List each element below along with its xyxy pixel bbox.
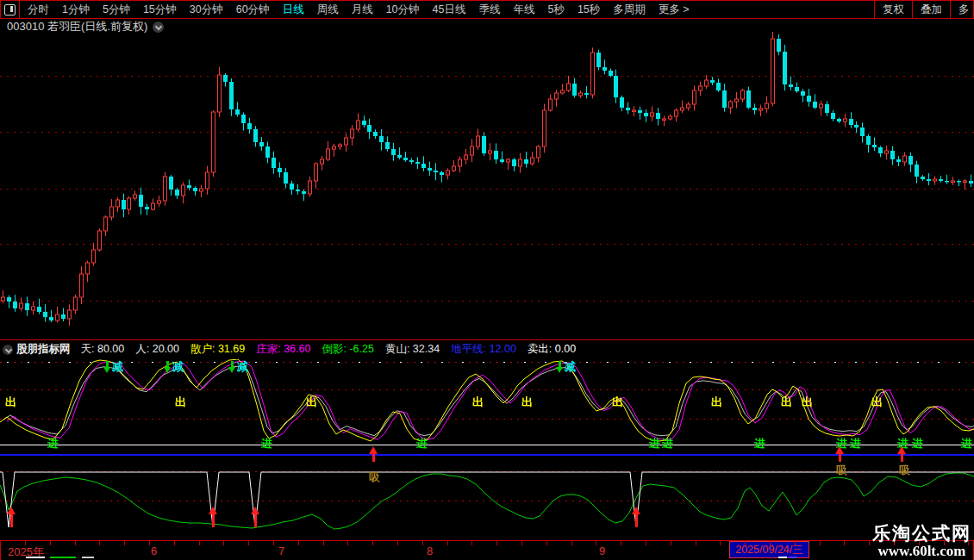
menu-item-0[interactable]: 分时 [28, 3, 49, 17]
red-up-arrow-icon [209, 507, 217, 514]
axis-tick-26 [671, 541, 671, 545]
red-up-arrow-icon [835, 446, 844, 454]
axis-tick-5 [149, 541, 150, 545]
green-down-arrow-icon [556, 361, 564, 373]
axis-tick-32 [820, 541, 821, 545]
sell-signal-label-3: 出 [472, 396, 484, 408]
clipped-ui-fragment-3 [778, 557, 787, 558]
axis-tick-20 [521, 541, 522, 545]
indicator-field-4: 倒影: -6.25 [322, 343, 373, 355]
axis-tick-31 [795, 541, 796, 545]
clipped-ui-fragment-2 [82, 557, 94, 558]
menu-item-11[interactable]: 季线 [478, 3, 500, 17]
axis-tick-23 [596, 541, 596, 545]
green-down-arrow-icon [164, 361, 172, 373]
absorb-signal-label-1: 吸 [836, 464, 847, 476]
enter-signal-label-1: 进 [261, 438, 272, 450]
menu-item-14[interactable]: 15秒 [578, 3, 600, 17]
axis-tick-22 [571, 541, 572, 545]
green-down-arrow-icon [103, 361, 111, 373]
sell-signal-label-9: 出 [871, 396, 883, 408]
menu-item-6[interactable]: 日线 [283, 3, 304, 17]
axis-tick-2 [75, 541, 76, 545]
red-up-arrow-icon [251, 507, 259, 514]
layout-icon[interactable] [1, 1, 20, 18]
axis-tick-15 [397, 541, 398, 545]
reduce-signal-label-2: 减 [228, 361, 248, 373]
menu-item-16[interactable]: 更多 > [659, 3, 690, 17]
reduce-signal-label-1: 减 [164, 361, 184, 373]
red-up-arrow-stem [839, 454, 841, 462]
candlestick-chart [0, 26, 974, 339]
axis-tick-17 [447, 541, 448, 545]
menu-items: 分时1分钟5分钟15分钟30分钟60分钟日线周线月线10分钟45日线季线年线5秒… [28, 3, 690, 17]
red-up-arrow-stem [212, 514, 215, 527]
indicator-field-5: 黄山: 32.34 [385, 343, 440, 355]
menu-item-12[interactable]: 年线 [513, 3, 534, 17]
buy-arrow-lower-2 [251, 507, 260, 527]
enter-signal-label-9: 进 [912, 438, 923, 450]
buy-arrow-lower-1 [209, 507, 218, 527]
axis-tick-8 [223, 541, 224, 545]
indicator-field-2: 散户: 31.69 [190, 343, 245, 355]
menu-right-2[interactable]: 多 [950, 1, 973, 18]
clipped-ui-fragment-4 [789, 557, 797, 558]
red-up-arrow-stem [901, 454, 903, 462]
menu-item-10[interactable]: 45日线 [433, 3, 466, 17]
axis-tick-10 [273, 541, 274, 545]
menu-item-1[interactable]: 1分钟 [62, 3, 90, 17]
menu-item-2[interactable]: 5分钟 [103, 3, 130, 17]
red-up-arrow-icon [369, 446, 378, 454]
menu-item-7[interactable]: 周线 [317, 3, 339, 17]
menu-item-4[interactable]: 30分钟 [190, 3, 223, 17]
menu-item-15[interactable]: 多周期 [613, 3, 646, 17]
panel-box-icon [4, 4, 16, 16]
sell-signal-label-4: 出 [521, 396, 533, 408]
axis-tick-18 [471, 541, 472, 545]
red-up-arrow-stem [254, 514, 257, 527]
watermark-line2: www.60lt.com [872, 543, 971, 559]
sell-signal-label-1: 出 [175, 396, 186, 408]
enter-signal-label-5: 进 [754, 438, 765, 450]
menu-item-13[interactable]: 5秒 [547, 3, 564, 17]
axis-tick-30 [770, 541, 771, 545]
red-up-arrow-icon [7, 507, 16, 514]
axis-tick-28 [720, 541, 721, 545]
menu-right-0[interactable]: 复权 [874, 1, 912, 18]
axis-tick-21 [546, 541, 547, 545]
reduce-signal-label-3: 减 [556, 361, 576, 373]
indicator-field-7: 卖出: 0.00 [528, 343, 576, 355]
axis-tick-3 [99, 541, 100, 545]
sell-signal-label-8: 出 [802, 396, 813, 408]
menu-item-3[interactable]: 15分钟 [143, 3, 177, 17]
indicator-field-3: 庄家: 36.60 [256, 343, 310, 355]
red-up-arrow-icon [632, 507, 640, 514]
indicator-field-1: 人: 20.00 [135, 343, 179, 355]
axis-tick-33 [844, 541, 845, 545]
enter-signal-label-10: 进 [961, 438, 972, 450]
lower-pane [0, 457, 974, 539]
sell-signal-label-6: 出 [711, 396, 722, 408]
watermark-line1: 乐淘公式网 [872, 523, 971, 543]
axis-label-4: 9 [599, 544, 605, 557]
enter-signal-label-7: 进 [850, 438, 861, 450]
reduce-signal-text: 减 [565, 361, 576, 373]
white-level-line [0, 445, 974, 445]
enter-signal-label-0: 进 [47, 438, 59, 450]
blue-level-line [0, 454, 974, 456]
collapse-icon[interactable] [3, 345, 13, 355]
axis-label-1: 6 [151, 544, 157, 557]
menu-item-9[interactable]: 10分钟 [386, 3, 420, 17]
indicator-field-0: 天: 80.00 [81, 343, 125, 355]
menu-bar: 分时1分钟5分钟15分钟30分钟60分钟日线周线月线10分钟45日线季线年线5秒… [0, 0, 974, 19]
red-up-arrow-stem [10, 514, 13, 527]
menu-item-5[interactable]: 60分钟 [236, 3, 270, 17]
menu-item-8[interactable]: 月线 [352, 3, 373, 17]
absorb-signal-label-0: 吸 [369, 471, 380, 483]
indicator-name: 股朋指标网 [16, 342, 71, 357]
red-up-arrow-stem [372, 454, 375, 462]
axis-tick-4 [124, 541, 125, 545]
enter-signal-label-4: 进 [662, 438, 673, 450]
axis-label-3: 8 [427, 544, 433, 557]
menu-right-1[interactable]: 叠加 [912, 1, 950, 18]
